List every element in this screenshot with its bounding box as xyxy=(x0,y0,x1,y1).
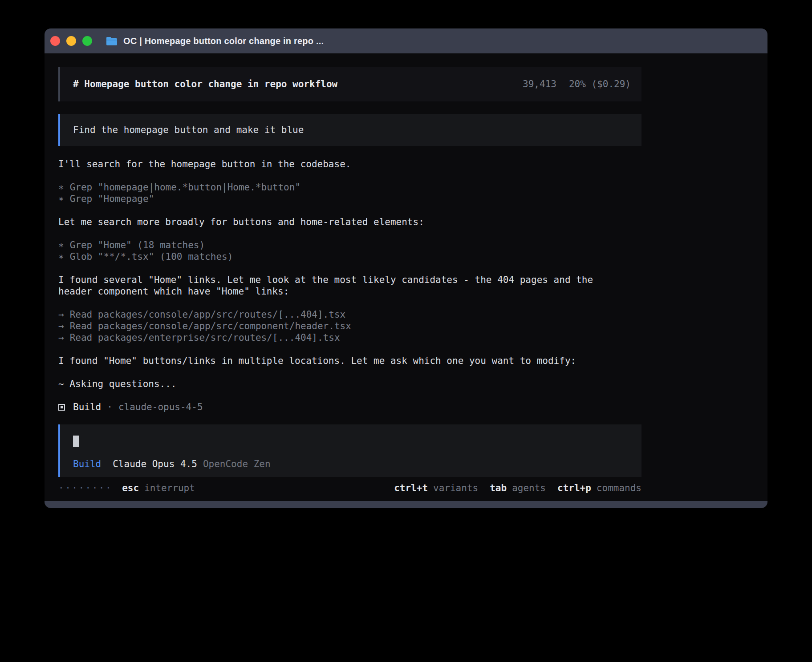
tool-marker-icon: ∗ xyxy=(58,182,64,193)
tool-call-read: →Read packages/console/app/src/component… xyxy=(58,320,615,332)
session-header: # Homepage button color change in repo w… xyxy=(58,67,641,101)
tool-marker-icon: ∗ xyxy=(58,193,64,205)
activity-status: ~ Asking questions... xyxy=(58,378,615,390)
arrow-icon: → xyxy=(58,320,64,332)
token-count: 39,413 xyxy=(523,79,556,89)
prompt-input[interactable]: Build Claude Opus 4.5 OpenCode Zen xyxy=(58,424,641,477)
tool-call-text: Grep "Homepage" xyxy=(70,194,154,204)
esc-key-hint: esc xyxy=(122,482,139,494)
tool-call-glob: ∗Glob "**/*.tsx" (100 matches) xyxy=(58,251,615,262)
statusbar-left: ········ esc interrupt xyxy=(58,482,195,494)
text-cursor xyxy=(73,436,79,447)
assistant-text: I found "Home" buttons/links in multiple… xyxy=(58,355,615,367)
user-message-text: Find the homepage button and make it blu… xyxy=(73,125,304,135)
window-title: OC | Homepage button color change in rep… xyxy=(123,36,324,46)
tool-call-group: ∗Grep "Home" (18 matches) ∗Glob "**/*.ts… xyxy=(58,239,615,262)
terminal-content: # Homepage button color change in repo w… xyxy=(45,53,767,501)
tool-call-read: →Read packages/console/app/src/routes/[.… xyxy=(58,309,615,320)
dot-separator: · xyxy=(107,401,113,413)
provider-label: OpenCode Zen xyxy=(203,458,271,470)
agent-status-line: Build · claude-opus-4-5 xyxy=(58,401,615,413)
interrupt-label: interrupt xyxy=(144,482,195,494)
input-meta: Build Claude Opus 4.5 OpenCode Zen xyxy=(73,458,631,470)
assistant-text: Let me search more broadly for buttons a… xyxy=(58,216,615,228)
shortcut-agents: tabagents xyxy=(490,482,546,494)
arrow-icon: → xyxy=(58,332,64,343)
tool-call-text: Glob "**/*.tsx" (100 matches) xyxy=(70,251,233,262)
close-button[interactable] xyxy=(50,36,60,46)
context-usage: 20% ($0.29) xyxy=(569,79,631,89)
tool-call-text: Grep "Home" (18 matches) xyxy=(70,240,205,250)
tool-call-group: →Read packages/console/app/src/routes/[.… xyxy=(58,309,615,343)
zoom-button[interactable] xyxy=(82,36,92,46)
tool-call-text: Read packages/console/app/src/routes/[..… xyxy=(70,309,346,320)
shortcut-variants: ctrl+tvariants xyxy=(394,482,478,494)
tool-call-text: Grep "homepage|home.*button|Home.*button… xyxy=(70,182,300,193)
folder-icon xyxy=(106,36,118,46)
agent-mode-label: Build xyxy=(73,458,101,470)
tool-call-group: ∗Grep "homepage|home.*button|Home.*butto… xyxy=(58,182,615,205)
agent-name: Build xyxy=(73,401,101,413)
session-stats: 39,413 20% ($0.29) xyxy=(523,79,631,89)
arrow-icon: → xyxy=(58,309,64,320)
assistant-text: I found several "Home" links. Let me loo… xyxy=(58,274,615,297)
titlebar[interactable]: OC | Homepage button color change in rep… xyxy=(45,28,767,53)
status-bar: ········ esc interrupt ctrl+tvariants ta… xyxy=(58,482,641,494)
tool-call-text: Read packages/console/app/src/component/… xyxy=(70,321,351,331)
window-footer xyxy=(45,501,767,508)
minimize-button[interactable] xyxy=(66,36,76,46)
tool-call-grep: ∗Grep "homepage|home.*button|Home.*butto… xyxy=(58,182,615,193)
tool-call-grep: ∗Grep "Home" (18 matches) xyxy=(58,239,615,251)
agent-model: claude-opus-4-5 xyxy=(118,401,203,413)
session-title: # Homepage button color change in repo w… xyxy=(73,79,337,89)
tool-call-read: →Read packages/enterprise/src/routes/[..… xyxy=(58,332,615,343)
tool-marker-icon: ∗ xyxy=(58,239,64,251)
user-message: Find the homepage button and make it blu… xyxy=(58,114,641,146)
shortcut-commands: ctrl+pcommands xyxy=(557,482,641,494)
tool-call-grep: ∗Grep "Homepage" xyxy=(58,193,615,205)
model-label: Claude Opus 4.5 xyxy=(113,458,197,470)
statusbar-right: ctrl+tvariants tabagents ctrl+pcommands xyxy=(382,482,641,494)
assistant-text: I'll search for the homepage button in t… xyxy=(58,158,615,170)
window-controls xyxy=(50,36,92,46)
tool-marker-icon: ∗ xyxy=(58,251,64,262)
assistant-transcript: I'll search for the homepage button in t… xyxy=(58,158,615,413)
terminal-window: OC | Homepage button color change in rep… xyxy=(45,28,767,508)
agent-icon xyxy=(58,404,65,411)
spinner-dots: ········ xyxy=(58,482,112,494)
tool-call-text: Read packages/enterprise/src/routes/[...… xyxy=(70,332,340,343)
